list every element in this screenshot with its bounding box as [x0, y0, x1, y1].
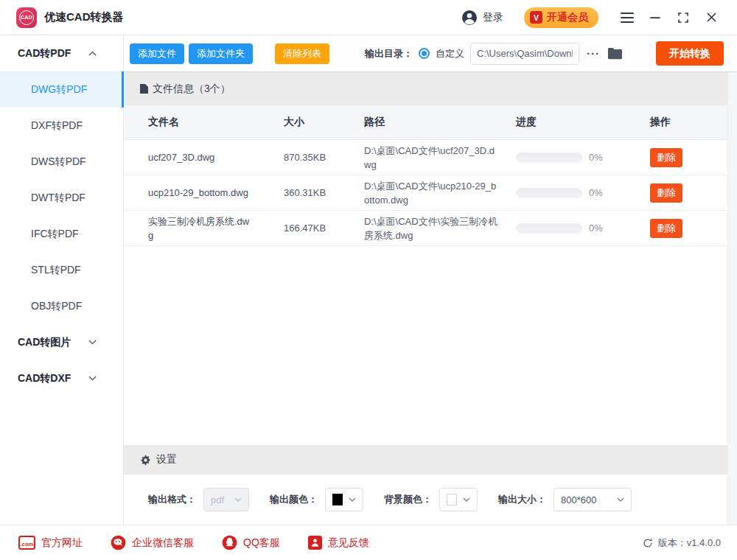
start-convert-button[interactable]: 开始转换 [656, 41, 724, 66]
chevron-down-icon [463, 497, 470, 502]
footer: .com 官方网址 企业微信客服 QQ客服 意见反馈 版本：v1.4.0.0 [0, 525, 737, 560]
empty-area [124, 246, 727, 445]
sidebar-item-ifc-to-pdf[interactable]: IFC转PDF [0, 216, 123, 252]
sidebar-group-cad-to-pdf[interactable]: CAD转PDF [0, 35, 123, 71]
main-panel: 添加文件 添加文件夹 清除列表 输出目录： 自定义 ··· 开始转换 [124, 35, 737, 525]
minimize-button[interactable] [643, 6, 668, 29]
output-color-select[interactable] [325, 488, 363, 511]
document-icon [140, 84, 148, 94]
delete-button[interactable]: 删除 [650, 183, 682, 203]
clear-list-button[interactable]: 清除列表 [275, 43, 329, 64]
refresh-icon[interactable] [643, 538, 653, 548]
column-header-action: 操作 [650, 116, 727, 129]
output-directory-label: 输出目录： [365, 47, 413, 60]
chevron-down-icon [88, 340, 97, 345]
background-color-label: 背景颜色： [384, 493, 432, 506]
file-name: ucp210-29_bottom.dwg [148, 186, 284, 200]
file-size: 166.47KB [284, 223, 364, 234]
table-row: ucp210-29_bottom.dwg 360.31KB D:\桌面\CAD文… [124, 175, 727, 211]
close-icon [707, 13, 716, 22]
sidebar-item-dwt-to-pdf[interactable]: DWT转PDF [0, 180, 123, 216]
column-header-progress: 进度 [516, 116, 650, 129]
login-button[interactable]: 登录 [461, 10, 503, 26]
settings-title: 设置 [156, 453, 177, 466]
chevron-down-icon [88, 376, 97, 381]
feedback-link[interactable]: 意见反馈 [308, 536, 369, 550]
output-format-select[interactable]: pdf [203, 488, 249, 511]
delete-button[interactable]: 删除 [650, 219, 682, 238]
white-color-swatch [447, 494, 457, 505]
settings-controls: 输出格式： pdf 输出颜色： 背景颜色： [124, 475, 727, 525]
vip-badge-icon: V [530, 11, 542, 24]
progress-bar [516, 188, 582, 198]
content-area: 文件信息（3个） 文件名 大小 路径 进度 操作 ucf207_3D.dwg 8… [124, 72, 727, 525]
chevron-down-icon [234, 497, 242, 502]
chevron-down-icon [349, 497, 356, 502]
sidebar-group-cad-to-dxf[interactable]: CAD转DXF [0, 360, 123, 396]
folder-icon [607, 47, 623, 60]
progress-bar [516, 153, 582, 163]
chevron-down-icon [617, 497, 624, 502]
settings-bar: 设置 [124, 445, 727, 475]
version-info: 版本：v1.4.0.0 [643, 536, 721, 550]
output-path-input[interactable] [470, 43, 579, 65]
sidebar-item-obj-to-pdf[interactable]: OBJ转PDF [0, 288, 123, 324]
file-info-bar: 文件信息（3个） [124, 72, 727, 105]
user-avatar-icon [461, 10, 478, 26]
add-file-button[interactable]: 添加文件 [130, 43, 184, 64]
custom-path-radio-label: 自定义 [436, 47, 464, 60]
file-info-title: 文件信息（3个） [153, 83, 231, 96]
titlebar: CAD 优速CAD转换器 登录 V 开通会员 [0, 0, 737, 35]
sidebar-item-dws-to-pdf[interactable]: DWS转PDF [0, 144, 123, 180]
official-website-link[interactable]: .com 官方网址 [18, 536, 83, 550]
action-cell: 删除 [650, 183, 727, 203]
menu-button[interactable] [615, 6, 640, 29]
column-header-filename: 文件名 [148, 116, 284, 129]
svg-text:V: V [534, 13, 539, 22]
output-format-label: 输出格式： [148, 493, 196, 506]
add-folder-button[interactable]: 添加文件夹 [189, 43, 253, 64]
sidebar-group-cad-to-image[interactable]: CAD转图片 [0, 324, 123, 360]
sidebar-item-dwg-to-pdf[interactable]: DWG转PDF [0, 71, 123, 108]
sidebar: CAD转PDF DWG转PDF DXF转PDF DWS转PDF DWT转PDF … [0, 35, 124, 525]
file-path: D:\桌面\CAD文件\实验三制冷机房系统.dwg [364, 214, 516, 242]
app-logo-icon: CAD [16, 7, 37, 28]
custom-path-radio[interactable] [419, 48, 430, 59]
vip-button-label: 开通会员 [547, 11, 588, 24]
sidebar-item-dxf-to-pdf[interactable]: DXF转PDF [0, 108, 123, 144]
hamburger-icon [621, 13, 634, 23]
gear-icon [140, 455, 151, 466]
output-size-label: 输出大小： [498, 493, 546, 506]
open-folder-button[interactable] [607, 47, 623, 60]
website-icon: .com [18, 536, 35, 550]
progress-cell: 0% [516, 187, 650, 198]
output-size-select[interactable]: 800*600 [553, 488, 632, 511]
black-color-swatch [332, 494, 343, 505]
browse-more-button[interactable]: ··· [585, 47, 601, 60]
window-controls [615, 6, 724, 29]
maximize-button[interactable] [671, 6, 696, 29]
output-directory-group: 输出目录： 自定义 ··· [365, 43, 623, 65]
background-color-select[interactable] [439, 488, 478, 511]
delete-button[interactable]: 删除 [650, 148, 682, 167]
feedback-icon [308, 536, 322, 550]
maximize-icon [678, 13, 688, 23]
progress-bar [516, 223, 582, 234]
open-vip-button[interactable]: V 开通会员 [524, 7, 598, 28]
file-size: 360.31KB [284, 187, 364, 198]
output-color-label: 输出颜色： [270, 493, 318, 506]
table-row: ucf207_3D.dwg 870.35KB D:\桌面\CAD文件\ucf20… [124, 140, 727, 175]
svg-text:.com: .com [21, 541, 34, 547]
progress-cell: 0% [516, 152, 650, 163]
qq-support-link[interactable]: QQ客服 [222, 535, 280, 550]
action-cell: 删除 [650, 148, 727, 167]
scrollbar-track[interactable] [727, 72, 737, 525]
qq-icon [222, 535, 237, 550]
progress-label: 0% [589, 152, 603, 163]
close-button[interactable] [699, 6, 724, 29]
progress-label: 0% [589, 223, 603, 234]
sidebar-item-stl-to-pdf[interactable]: STL转PDF [0, 252, 123, 288]
action-cell: 删除 [650, 219, 727, 238]
wechat-support-link[interactable]: 企业微信客服 [111, 535, 194, 550]
column-header-path: 路径 [364, 116, 516, 129]
